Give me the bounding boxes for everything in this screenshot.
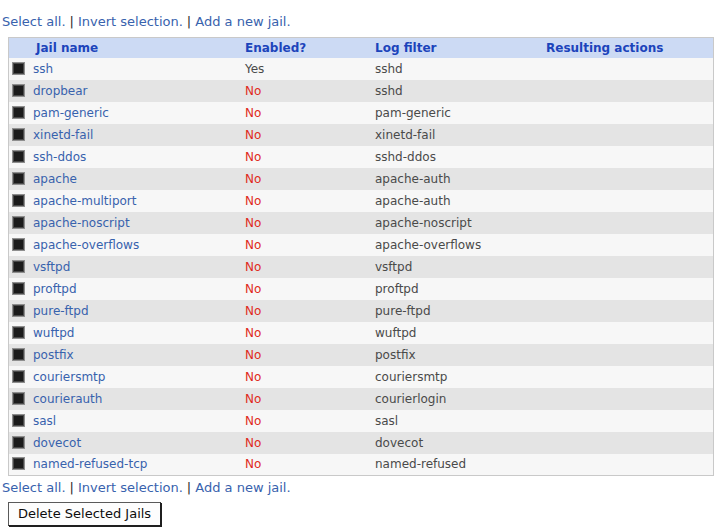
jail-cell: wuftpd: [9, 322, 244, 344]
resulting-actions-value: [544, 256, 714, 278]
resulting-actions-value: [544, 366, 714, 388]
delete-selected-jails-button[interactable]: Delete Selected Jails: [8, 502, 161, 526]
log-filter-value: proftpd: [373, 278, 544, 300]
column-header-enabled: Enabled?: [243, 38, 373, 58]
invert-selection-link[interactable]: Invert selection.: [78, 14, 183, 29]
resulting-actions-value: [544, 102, 714, 124]
jail-name-link[interactable]: apache-noscript: [33, 216, 130, 230]
jail-checkbox[interactable]: [12, 392, 25, 405]
table-row: xinetd-failNoxinetd-fail: [9, 124, 714, 146]
jail-name-link[interactable]: ssh-ddos: [33, 150, 86, 164]
jail-checkbox[interactable]: [12, 84, 25, 97]
jail-name-link[interactable]: courierauth: [33, 392, 102, 406]
resulting-actions-value: [544, 168, 714, 190]
jail-name-link[interactable]: ssh: [33, 62, 53, 76]
resulting-actions-value: [544, 234, 714, 256]
log-filter-value: sasl: [373, 410, 544, 432]
select-all-link[interactable]: Select all.: [2, 480, 66, 495]
enabled-value: No: [243, 278, 373, 300]
log-filter-value: vsftpd: [373, 256, 544, 278]
jail-name-link[interactable]: named-refused-tcp: [33, 457, 147, 471]
enabled-value: No: [243, 168, 373, 190]
column-header-jail-name: Jail name: [9, 38, 244, 58]
jail-name-link[interactable]: dovecot: [33, 436, 81, 450]
link-separator: |: [70, 14, 74, 29]
jail-cell: couriersmtp: [9, 366, 244, 388]
log-filter-value: named-refused: [373, 454, 544, 476]
enabled-value: No: [243, 102, 373, 124]
jail-checkbox[interactable]: [12, 62, 25, 75]
resulting-actions-value: [544, 300, 714, 322]
jail-name-link[interactable]: couriersmtp: [33, 370, 105, 384]
table-row: courierauthNocourierlogin: [9, 388, 714, 410]
jail-checkbox[interactable]: [12, 150, 25, 163]
jail-name-link[interactable]: xinetd-fail: [33, 128, 93, 142]
select-all-link[interactable]: Select all.: [2, 14, 66, 29]
jail-name-link[interactable]: apache: [33, 172, 77, 186]
enabled-value: No: [243, 124, 373, 146]
jail-checkbox[interactable]: [12, 216, 25, 229]
jail-checkbox[interactable]: [12, 436, 25, 449]
jail-cell: postfix: [9, 344, 244, 366]
log-filter-value: sshd-ddos: [373, 146, 544, 168]
resulting-actions-value: [544, 344, 714, 366]
log-filter-value: sshd: [373, 58, 544, 80]
jail-checkbox[interactable]: [12, 106, 25, 119]
enabled-value: No: [243, 410, 373, 432]
jail-cell: dropbear: [9, 80, 244, 102]
log-filter-value: courierlogin: [373, 388, 544, 410]
resulting-actions-value: [544, 190, 714, 212]
enabled-value: No: [243, 256, 373, 278]
enabled-value: No: [243, 366, 373, 388]
jail-checkbox[interactable]: [12, 282, 25, 295]
add-new-jail-link[interactable]: Add a new jail.: [195, 480, 290, 495]
enabled-value: No: [243, 388, 373, 410]
jail-cell: courierauth: [9, 388, 244, 410]
resulting-actions-value: [544, 410, 714, 432]
jail-name-link[interactable]: dropbear: [33, 84, 88, 98]
jail-name-link[interactable]: wuftpd: [33, 326, 74, 340]
invert-selection-link[interactable]: Invert selection.: [78, 480, 183, 495]
table-header-row: Jail name Enabled? Log filter Resulting …: [9, 38, 714, 58]
log-filter-value: wuftpd: [373, 322, 544, 344]
table-row: apacheNoapache-auth: [9, 168, 714, 190]
jail-checkbox[interactable]: [12, 414, 25, 427]
jail-checkbox[interactable]: [12, 304, 25, 317]
jail-name-link[interactable]: vsftpd: [33, 260, 70, 274]
jail-checkbox[interactable]: [12, 457, 25, 470]
jail-checkbox[interactable]: [12, 172, 25, 185]
table-row: pam-genericNopam-generic: [9, 102, 714, 124]
jail-name-link[interactable]: pam-generic: [33, 106, 109, 120]
log-filter-value: dovecot: [373, 432, 544, 454]
jail-name-link[interactable]: apache-overflows: [33, 238, 139, 252]
jail-checkbox[interactable]: [12, 260, 25, 273]
link-separator: |: [187, 480, 191, 495]
selection-links-top: Select all.|Invert selection.|Add a new …: [2, 14, 720, 30]
table-row: apache-multiportNoapache-auth: [9, 190, 714, 212]
resulting-actions-value: [544, 454, 714, 476]
jail-name-link[interactable]: apache-multiport: [33, 194, 137, 208]
selection-links-bottom: Select all.|Invert selection.|Add a new …: [2, 480, 720, 496]
enabled-value: No: [243, 432, 373, 454]
resulting-actions-value: [544, 432, 714, 454]
jail-name-link[interactable]: postfix: [33, 348, 74, 362]
table-row: wuftpdNowuftpd: [9, 322, 714, 344]
jails-table: Jail name Enabled? Log filter Resulting …: [8, 37, 714, 476]
enabled-value: No: [243, 300, 373, 322]
jail-checkbox[interactable]: [12, 370, 25, 383]
jail-checkbox[interactable]: [12, 128, 25, 141]
jail-checkbox[interactable]: [12, 238, 25, 251]
jail-checkbox[interactable]: [12, 348, 25, 361]
jail-cell: sasl: [9, 410, 244, 432]
add-new-jail-link[interactable]: Add a new jail.: [195, 14, 290, 29]
log-filter-value: postfix: [373, 344, 544, 366]
log-filter-value: apache-noscript: [373, 212, 544, 234]
table-row: pure-ftpdNopure-ftpd: [9, 300, 714, 322]
jail-name-link[interactable]: proftpd: [33, 282, 77, 296]
jail-name-link[interactable]: sasl: [33, 414, 56, 428]
enabled-value: No: [243, 454, 373, 476]
jail-checkbox[interactable]: [12, 326, 25, 339]
jail-name-link[interactable]: pure-ftpd: [33, 304, 89, 318]
enabled-value: No: [243, 344, 373, 366]
jail-checkbox[interactable]: [12, 194, 25, 207]
